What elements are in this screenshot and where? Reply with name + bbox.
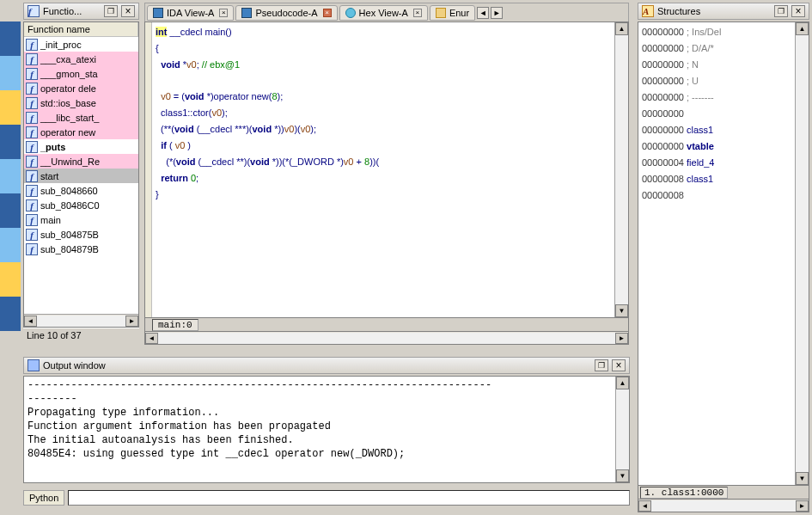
pseudocode-text[interactable]: int __cdecl main() { void *v0; // ebx@1 … — [152, 22, 614, 317]
structures-title-bar[interactable]: A Structures — [638, 3, 809, 20]
code-vscroll[interactable]: ▲ ▼ — [614, 22, 628, 317]
function-row[interactable]: f_init_proc — [24, 37, 138, 52]
function-row[interactable]: fstart — [24, 169, 138, 183]
restore-button[interactable] — [595, 359, 608, 371]
output-title-bar[interactable]: Output window — [23, 357, 630, 374]
close-button[interactable] — [612, 359, 626, 371]
scroll-track[interactable] — [158, 333, 615, 344]
tab-enur[interactable]: Enur — [430, 5, 475, 21]
scroll-up-icon[interactable]: ▲ — [616, 377, 629, 389]
scroll-right-icon[interactable]: ► — [796, 500, 809, 512]
tab-hex-view-a[interactable]: Hex View-A× — [339, 5, 428, 21]
scroll-track[interactable] — [37, 316, 125, 327]
function-label: main — [40, 215, 61, 225]
functions-status: Line 10 of 37 — [23, 328, 139, 342]
function-row[interactable]: fsub_8048660 — [24, 183, 138, 198]
tab-ida-view-a[interactable]: IDA View-A× — [147, 5, 234, 21]
function-icon: f — [26, 126, 38, 138]
tab-pseudocode-a[interactable]: Pseudocode-A× — [235, 5, 337, 21]
function-row[interactable]: f__Unwind_Re — [24, 154, 138, 169]
function-row[interactable]: fmain — [24, 212, 138, 227]
enum-icon — [436, 8, 446, 18]
function-label: start — [40, 171, 58, 181]
tab-close-icon[interactable]: × — [323, 9, 332, 17]
tabs-next-icon[interactable]: ► — [491, 7, 503, 19]
scroll-right-icon[interactable]: ► — [615, 333, 628, 344]
functions-title: Functio... — [43, 6, 101, 16]
structures-text[interactable]: 00000000 ; Ins/Del 00000000 ; D/A/* 0000… — [638, 22, 795, 485]
function-icon: f — [26, 229, 38, 241]
function-name-column[interactable]: Function name — [24, 22, 138, 36]
function-row[interactable]: fstd::ios_base — [24, 95, 138, 110]
scroll-down-icon[interactable]: ▼ — [796, 472, 809, 485]
functions-hscroll[interactable]: ◄ ► — [24, 314, 138, 327]
function-label: sub_80486C0 — [40, 200, 100, 211]
scroll-down-icon[interactable]: ▼ — [616, 469, 629, 482]
code-hscroll[interactable]: ◄ ► — [144, 332, 629, 345]
code-body: int __cdecl main() { void *v0; // ebx@1 … — [144, 21, 629, 318]
output-icon — [27, 359, 40, 371]
output-text[interactable]: ----------------------------------------… — [24, 377, 615, 482]
function-icon: f — [26, 112, 38, 124]
function-icon: f — [26, 170, 38, 182]
structures-title: Structures — [657, 6, 771, 16]
tab-bar[interactable]: IDA View-A×Pseudocode-A×Hex View-A×Enur◄… — [144, 3, 629, 21]
scroll-track[interactable] — [796, 35, 809, 472]
function-row[interactable]: fsub_80486C0 — [24, 198, 138, 212]
python-input[interactable] — [68, 490, 630, 506]
scroll-track[interactable] — [616, 389, 629, 469]
tab-close-icon[interactable]: × — [219, 9, 228, 17]
scroll-down-icon[interactable]: ▼ — [615, 304, 628, 317]
python-label[interactable]: Python — [23, 490, 64, 506]
restore-button[interactable] — [104, 5, 118, 17]
main-area: IDA View-A×Pseudocode-A×Hex View-A×Enur◄… — [144, 3, 629, 345]
functions-title-bar[interactable]: f Functio... — [23, 3, 139, 20]
function-row[interactable]: fsub_804879B — [24, 242, 138, 256]
function-row[interactable]: fsub_804875B — [24, 227, 138, 242]
function-row[interactable]: f_puts — [24, 139, 138, 154]
tab-label: Enur — [449, 8, 469, 18]
restore-button[interactable] — [774, 5, 788, 17]
function-icon: f — [26, 39, 38, 51]
function-row[interactable]: foperator dele — [24, 81, 138, 95]
function-icon: f — [26, 141, 38, 153]
code-gutter — [145, 22, 152, 317]
function-label: sub_804879B — [40, 244, 99, 254]
scroll-left-icon[interactable]: ◄ — [24, 316, 37, 327]
function-label: std::ios_base — [40, 98, 96, 108]
tab-label: Hex View-A — [359, 8, 408, 18]
scroll-right-icon[interactable]: ► — [125, 316, 138, 327]
struct-hscroll[interactable]: ◄ ► — [638, 500, 809, 512]
functions-header[interactable]: Function name — [24, 22, 138, 37]
offset-bar: main:0 — [144, 318, 629, 332]
scroll-left-icon[interactable]: ◄ — [145, 333, 158, 344]
function-icon: f — [26, 214, 38, 226]
function-label: _puts — [40, 142, 65, 152]
function-row[interactable]: f___gmon_sta — [24, 66, 138, 81]
output-panel: Output window --------------------------… — [23, 357, 630, 484]
output-vscroll[interactable]: ▲ ▼ — [615, 377, 629, 482]
overview-strip[interactable] — [0, 21, 21, 331]
close-button[interactable] — [121, 5, 135, 17]
function-row[interactable]: foperator new — [24, 125, 138, 139]
tab-close-icon[interactable]: × — [413, 9, 422, 17]
scroll-up-icon[interactable]: ▲ — [796, 22, 809, 35]
struct-vscroll[interactable]: ▲ ▼ — [795, 22, 809, 485]
scroll-up-icon[interactable]: ▲ — [615, 22, 628, 35]
scroll-track[interactable] — [615, 35, 628, 304]
function-icon: f — [26, 83, 38, 95]
tab-label: Pseudocode-A — [255, 8, 317, 18]
python-bar: Python — [23, 488, 630, 507]
tabs-prev-icon[interactable]: ◄ — [477, 7, 489, 19]
function-icon: f — [26, 53, 38, 65]
close-button[interactable] — [791, 5, 805, 17]
scroll-track[interactable] — [651, 500, 796, 512]
function-row[interactable]: f___libc_start_ — [24, 110, 138, 125]
scroll-left-icon[interactable]: ◄ — [638, 500, 651, 512]
tab-label: IDA View-A — [167, 8, 214, 18]
ida-icon — [153, 8, 163, 18]
function-row[interactable]: f___cxa_atexi — [24, 52, 138, 66]
functions-list[interactable]: f_init_procf___cxa_atexif___gmon_stafope… — [24, 37, 138, 314]
struct-icon: A — [642, 5, 654, 17]
output-title: Output window — [43, 360, 591, 371]
